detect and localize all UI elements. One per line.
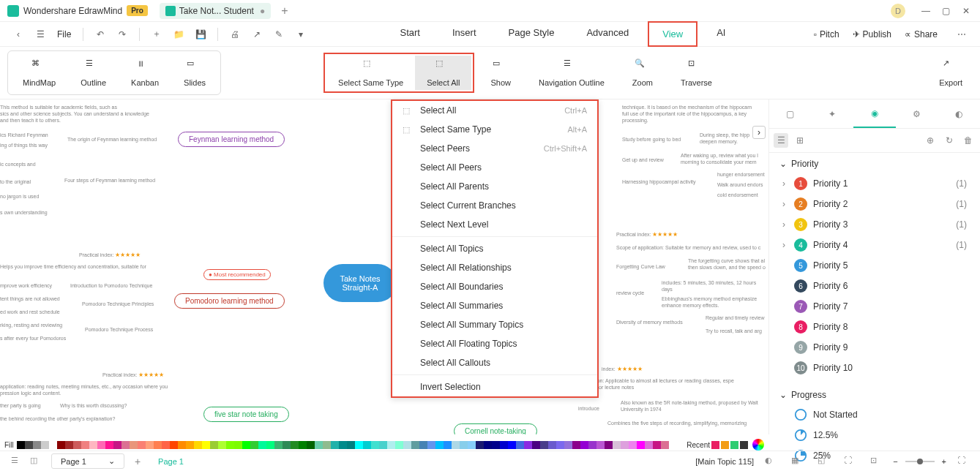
- color-swatch[interactable]: [452, 441, 460, 449]
- leaf[interactable]: technique. It is based on the mechanism …: [622, 104, 761, 124]
- color-swatch[interactable]: [73, 441, 81, 449]
- color-swatch[interactable]: [629, 441, 637, 449]
- color-swatch[interactable]: [210, 441, 218, 449]
- color-swatch[interactable]: [355, 441, 363, 449]
- color-swatch[interactable]: [186, 441, 194, 449]
- branch-feynman[interactable]: Feynman learning method: [178, 132, 285, 147]
- mindmap-canvas[interactable]: Take Notes Straight-A Feynman learning m…: [0, 99, 768, 434]
- color-swatch[interactable]: [548, 441, 556, 449]
- color-swatch[interactable]: [556, 441, 564, 449]
- close-button[interactable]: ✕: [962, 6, 973, 16]
- share-button[interactable]: ∝Share: [905, 29, 938, 39]
- color-swatch[interactable]: [218, 441, 226, 449]
- leaf[interactable]: Study before going to bed: [622, 136, 681, 143]
- dropdown-item[interactable]: Select All Summary Topics: [392, 315, 597, 334]
- color-swatch[interactable]: [291, 441, 299, 449]
- leaf[interactable]: Helps you improve time efficiency and co…: [0, 263, 161, 270]
- color-swatch[interactable]: [81, 441, 89, 449]
- color-swatch[interactable]: [468, 441, 476, 449]
- color-swatch[interactable]: [65, 441, 73, 449]
- delete-icon[interactable]: 🗑: [961, 133, 976, 148]
- priority-item[interactable]: 10Priority 10: [779, 358, 970, 378]
- leaf[interactable]: Why is this worth discussing?: [60, 402, 127, 409]
- leaf[interactable]: introduce: [578, 405, 599, 412]
- color-swatch[interactable]: [347, 441, 355, 449]
- color-swatch[interactable]: [202, 441, 210, 449]
- color-swatch[interactable]: [403, 441, 411, 449]
- leaf[interactable]: s own understanding: [0, 209, 48, 216]
- publish-button[interactable]: ✈Publish: [853, 29, 891, 39]
- panel-tab-marks[interactable]: ◉: [853, 99, 896, 128]
- color-swatch[interactable]: [315, 441, 323, 449]
- color-swatch[interactable]: [57, 441, 65, 449]
- list-view-icon[interactable]: ☰: [774, 133, 788, 148]
- color-swatch[interactable]: [524, 441, 532, 449]
- color-swatch[interactable]: [178, 441, 186, 449]
- leaf[interactable]: Also known as the 5R note-taking method,…: [621, 399, 758, 412]
- color-swatch[interactable]: [226, 441, 234, 449]
- dropdown-item[interactable]: Invert Selection: [392, 377, 597, 396]
- color-swatch[interactable]: [323, 441, 331, 449]
- color-swatch[interactable]: [194, 441, 202, 449]
- color-swatch[interactable]: [138, 441, 146, 449]
- dropdown-item[interactable]: Select All Parents: [392, 177, 597, 196]
- color-swatch[interactable]: [258, 441, 266, 449]
- slides-view-button[interactable]: ▭Slides: [173, 56, 216, 90]
- pitch-button[interactable]: ▫Pitch: [814, 29, 839, 39]
- select-same-type-button[interactable]: ⬚Select Same Type: [326, 56, 415, 90]
- add-page-button[interactable]: +: [135, 456, 141, 467]
- recent-swatch[interactable]: [730, 441, 738, 449]
- leaf[interactable]: to the original: [0, 178, 31, 185]
- color-swatch[interactable]: [661, 441, 669, 449]
- color-swatch[interactable]: [460, 441, 468, 449]
- new-icon[interactable]: ＋: [150, 28, 163, 41]
- branch-fivestar[interactable]: five star note taking: [203, 407, 289, 422]
- color-swatch[interactable]: [379, 441, 387, 449]
- leaf[interactable]: ic concepts and: [0, 161, 36, 167]
- color-swatch[interactable]: [283, 441, 291, 449]
- color-swatch[interactable]: [637, 441, 645, 449]
- priority-item[interactable]: ›2Priority 2(1): [779, 194, 970, 214]
- color-swatch[interactable]: [444, 441, 452, 449]
- back-icon[interactable]: ‹: [12, 28, 25, 41]
- panel-tab-4[interactable]: ⚙: [896, 99, 938, 128]
- leaf[interactable]: tent things are not allowed: [0, 295, 60, 302]
- color-swatch[interactable]: [596, 441, 605, 449]
- leaf[interactable]: Harnessing hippocampal activity: [622, 178, 695, 185]
- leaf[interactable]: Practical index: ★★★★★: [79, 252, 141, 259]
- leaf[interactable]: review cycle: [616, 290, 644, 296]
- panel-tab-1[interactable]: ▢: [769, 99, 812, 128]
- color-swatch[interactable]: [588, 441, 596, 449]
- color-swatch[interactable]: [492, 441, 500, 449]
- tab-insert[interactable]: Insert: [439, 21, 490, 47]
- branch-cornell[interactable]: Cornell note-taking: [454, 423, 537, 434]
- refresh-icon[interactable]: ↻: [942, 133, 957, 148]
- color-swatch[interactable]: [508, 441, 516, 449]
- dropdown-item[interactable]: Select All Summaries: [392, 296, 597, 315]
- leaf[interactable]: ther party is going: [0, 402, 41, 409]
- color-swatch[interactable]: [605, 441, 613, 449]
- leaf[interactable]: no jargon is used: [0, 193, 39, 200]
- color-swatch[interactable]: [33, 441, 41, 449]
- page-tab[interactable]: Page 1: [146, 455, 195, 468]
- priority-item[interactable]: 6Priority 6: [779, 276, 970, 296]
- sb-icon-2[interactable]: ▦: [791, 456, 803, 467]
- leaf[interactable]: cold endorsement: [717, 192, 758, 198]
- color-swatch[interactable]: [146, 441, 154, 449]
- dropdown-item[interactable]: Select All Peers: [392, 158, 597, 177]
- color-swatch[interactable]: [580, 441, 588, 449]
- show-button[interactable]: ▭Show: [479, 56, 523, 90]
- leaf[interactable]: ics Richard Feynman: [0, 132, 48, 138]
- color-swatch[interactable]: [387, 441, 395, 449]
- color-swatch[interactable]: [653, 441, 661, 449]
- leaf[interactable]: Forgetting Curve Law: [616, 263, 665, 270]
- color-swatch[interactable]: [484, 441, 492, 449]
- color-swatch[interactable]: [331, 441, 339, 449]
- dropdown-item[interactable]: Select All Relationships: [392, 258, 597, 277]
- leaf[interactable]: mprove work efficiency: [0, 282, 52, 289]
- center-topic[interactable]: Take Notes Straight-A: [323, 264, 397, 302]
- dropdown-item[interactable]: Select Current Branches: [392, 196, 597, 215]
- leaf[interactable]: After waking up, review what you lmornin…: [681, 152, 758, 165]
- dropdown-item[interactable]: Select All Boundaries: [392, 277, 597, 296]
- color-swatch[interactable]: [250, 441, 258, 449]
